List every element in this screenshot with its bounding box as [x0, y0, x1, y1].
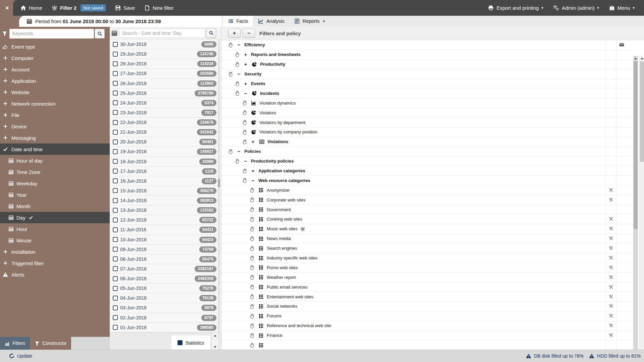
hand-icon[interactable]	[228, 149, 233, 154]
tools-icon[interactable]	[609, 265, 614, 270]
date-row[interactable]: 06-Jun-2018 2462328	[110, 274, 221, 284]
date-checkbox[interactable]	[113, 247, 118, 252]
tree-node-label[interactable]: Music web sites	[267, 226, 298, 231]
date-checkbox[interactable]	[113, 198, 118, 203]
tree-node-label[interactable]: Porno web sites	[267, 265, 298, 270]
tree-node-label[interactable]: Anonymizer	[267, 188, 290, 193]
date-checkbox[interactable]	[113, 61, 118, 66]
tree-toggle[interactable]: −	[237, 71, 241, 77]
date-row[interactable]: 27-Jun-2018 203566	[110, 69, 221, 78]
date-row[interactable]: 20-Jun-2018 60481	[110, 137, 221, 147]
hand-icon[interactable]	[235, 52, 240, 57]
sidebar-bottom-tab[interactable]: Filters	[0, 337, 30, 350]
main-tab[interactable]: Reports ▾	[289, 16, 330, 26]
date-row[interactable]: 17-Jun-2018 1119	[110, 167, 221, 176]
tree-row[interactable]: Government	[222, 205, 633, 215]
sidebar-item[interactable]: Application	[0, 75, 110, 86]
tree-scrollbar[interactable]	[633, 56, 638, 362]
date-checkbox[interactable]	[113, 227, 118, 232]
sidebar-bottom-tab[interactable]: Constructor	[30, 337, 71, 350]
date-checkbox[interactable]	[113, 266, 118, 271]
tree-row[interactable]: − Policies	[222, 147, 633, 157]
date-checkbox[interactable]	[113, 325, 118, 330]
tree-row[interactable]: Entertainment web sites	[222, 292, 633, 302]
envelope-icon[interactable]	[619, 42, 624, 47]
hand-icon[interactable]	[235, 90, 240, 96]
hand-icon[interactable]	[228, 71, 233, 77]
tree-row[interactable]: Social networks	[222, 302, 633, 311]
date-search-button[interactable]	[206, 28, 216, 38]
date-search-input[interactable]	[119, 28, 205, 38]
tree-node-label[interactable]: Violators by company position	[259, 129, 317, 134]
statistics-checkbox[interactable]: ✓	[178, 340, 183, 345]
tree-row[interactable]: + Application categories	[222, 166, 633, 176]
hand-icon[interactable]	[249, 333, 255, 338]
tree-toggle[interactable]: −	[237, 42, 241, 48]
tree-node-label[interactable]: Violators	[259, 110, 276, 115]
date-checkbox[interactable]	[113, 188, 118, 193]
hand-icon[interactable]	[242, 110, 247, 115]
date-row[interactable]: 18-Jun-2018 42988	[110, 157, 221, 167]
date-checkbox[interactable]	[113, 120, 118, 125]
hand-icon[interactable]	[235, 81, 240, 86]
scroll-down-icon[interactable]	[214, 346, 216, 348]
tree-node-label[interactable]: Application categories	[258, 168, 305, 173]
date-checkbox[interactable]	[113, 276, 118, 281]
tree-node-label[interactable]: Incidents	[260, 91, 279, 96]
tree-row[interactable]: Public email services	[222, 282, 633, 292]
tree-node-label[interactable]: Productivity	[260, 62, 285, 67]
tree-row[interactable]: Search engines	[222, 244, 633, 253]
hand-icon[interactable]	[242, 168, 247, 174]
scroll-up-icon[interactable]	[634, 58, 637, 59]
sidebar-item[interactable]: File	[0, 109, 110, 121]
hand-icon[interactable]	[242, 139, 247, 144]
tree-row[interactable]: Forums	[222, 311, 633, 321]
tree-node-label[interactable]: Social networks	[267, 304, 297, 309]
date-checkbox[interactable]	[113, 81, 118, 86]
date-row[interactable]: 01-Jun-2018 398585	[110, 323, 221, 333]
scrollbar-thumb[interactable]	[634, 61, 638, 229]
tools-icon[interactable]	[609, 275, 614, 280]
tree-toggle[interactable]: +	[251, 168, 255, 174]
scrollbar-thumb[interactable]	[218, 179, 220, 187]
tools-icon[interactable]	[609, 294, 614, 299]
tree-node-label[interactable]: Corporate web sites	[267, 197, 306, 202]
date-checkbox[interactable]	[113, 305, 118, 310]
date-checkbox[interactable]	[113, 169, 118, 174]
date-row[interactable]: 10-Jun-2018 64423	[110, 235, 221, 245]
date-checkbox[interactable]	[113, 100, 118, 105]
sidebar-item[interactable]: Triggered filter	[0, 257, 110, 269]
hand-icon[interactable]	[249, 294, 255, 299]
date-row[interactable]: 22-Jun-2018 154676	[110, 118, 221, 127]
scrollbar-thumb[interactable]	[640, 61, 644, 162]
hand-icon[interactable]	[249, 323, 255, 328]
tree-node-label[interactable]: Cooking web sites	[267, 217, 302, 222]
hand-icon[interactable]	[249, 236, 255, 241]
tree-row[interactable]	[222, 341, 633, 350]
date-row[interactable]: 21-Jun-2018 341642	[110, 127, 221, 137]
date-row[interactable]: 19-Jun-2018 145927	[110, 147, 221, 157]
tree-row[interactable]: Music web sites	[222, 224, 633, 234]
tree-node-label[interactable]: Reference and technical web site	[267, 323, 331, 328]
tools-icon[interactable]	[609, 246, 614, 251]
tree-row[interactable]: Corporate web sites	[222, 195, 633, 205]
date-row[interactable]: 26-Jun-2018 113963	[110, 79, 221, 88]
update-button[interactable]: Update	[9, 353, 32, 359]
date-checkbox[interactable]	[113, 71, 118, 76]
sidebar-item[interactable]: Event type	[0, 41, 110, 52]
tree-node-label[interactable]: Government	[267, 207, 291, 212]
date-row[interactable]: 15-Jun-2018 308270	[110, 186, 221, 196]
tree-node-label[interactable]: Industry specific web sites	[267, 255, 317, 260]
hand-icon[interactable]	[235, 62, 240, 67]
date-row[interactable]: 02-Jun-2018 6797	[110, 313, 221, 323]
hand-icon[interactable]	[242, 129, 247, 135]
tools-icon[interactable]	[609, 313, 614, 318]
tree-row[interactable]: + Productivity	[222, 60, 633, 69]
sidebar-item[interactable]: Website	[0, 86, 110, 98]
main-tab[interactable]: Facts	[223, 16, 253, 26]
tree-node-label[interactable]: Efficiency	[244, 42, 265, 47]
tree-row[interactable]: Porno web sites	[222, 263, 633, 273]
tree-row[interactable]: + Violations	[222, 137, 633, 147]
home-button[interactable]: Home	[20, 5, 42, 11]
hand-icon[interactable]	[228, 42, 233, 48]
